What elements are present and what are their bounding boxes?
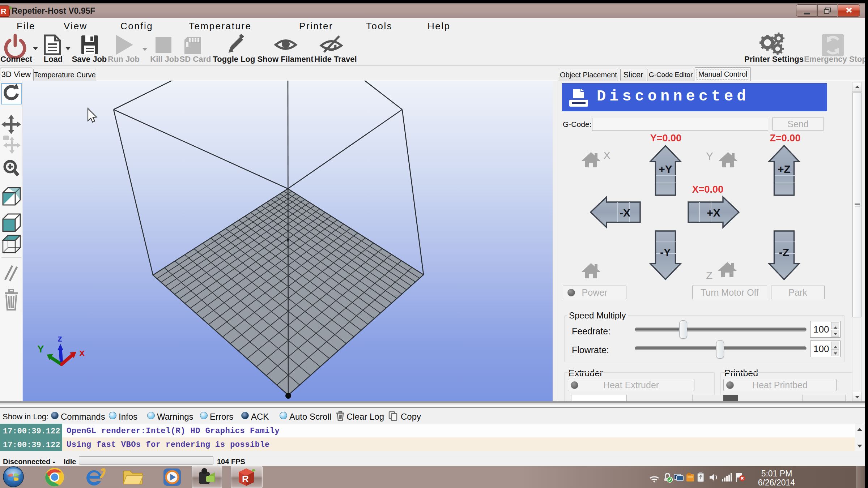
svg-text:R: R: [1, 7, 7, 16]
svg-text:z: z: [58, 333, 62, 344]
svg-text:Y: Y: [37, 343, 44, 355]
svg-text:x: x: [79, 347, 85, 358]
svg-text:R: R: [242, 474, 249, 484]
